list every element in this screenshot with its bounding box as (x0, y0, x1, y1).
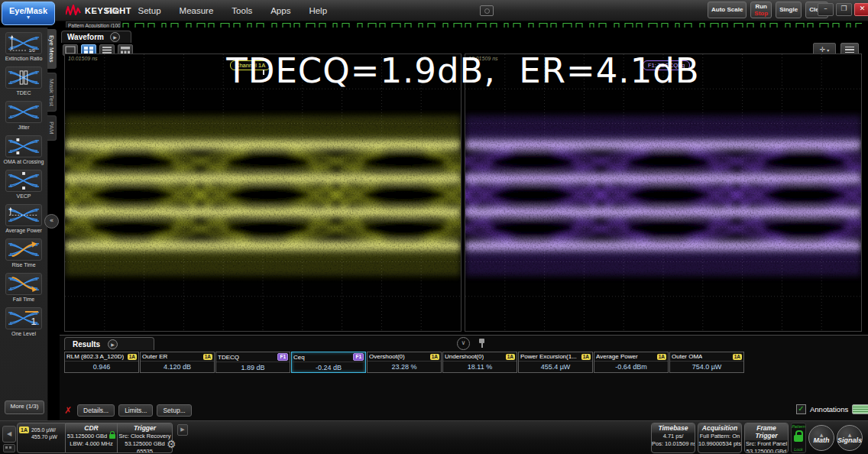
sidebar-item-one-level[interactable]: 1One Level (0, 307, 47, 337)
one-level-icon: 1 (5, 307, 42, 329)
results-collapse-icon[interactable]: ∨ (457, 337, 470, 350)
scroll-left-button[interactable]: ◀ (2, 426, 16, 443)
jitter-icon (5, 101, 42, 123)
more-measurements-button[interactable]: More (1/3) (5, 400, 44, 414)
waveform-tab[interactable]: Waveform ▶ (61, 31, 131, 43)
run-stop-button[interactable]: RunStop (750, 2, 772, 18)
setup-button[interactable]: Setup... (157, 404, 191, 417)
result-name: Outer OMA (672, 353, 702, 360)
menu-measure[interactable]: Measure (180, 6, 214, 15)
status-expand-button[interactable]: ▶ (177, 424, 188, 436)
acquisition-panel[interactable]: Acquisition Full Pattern: On 10.99000534… (698, 423, 742, 453)
menu-setup[interactable]: Setup (138, 6, 161, 15)
annotations-label: Annotations (810, 405, 848, 413)
sidebar-item-label: Fall Time (0, 297, 47, 303)
result-cell-ceq[interactable]: CeqF1-0.24 dB (291, 352, 366, 373)
sidebar-collapse-button[interactable]: « (44, 214, 59, 229)
limits-button[interactable]: Limits... (118, 404, 153, 417)
eye-diagram-tdecq-eq (465, 54, 861, 331)
cdr-rate: 53.125000 GBd (67, 433, 108, 439)
math-button[interactable]: ▲Math (808, 425, 834, 451)
result-cell-rlm-802-3-a-120d[interactable]: RLM (802.3 A_120D)1A0.946 (64, 352, 139, 373)
settings-gear-icon[interactable]: ⚙ (167, 438, 177, 450)
result-source-badge: 1A (581, 354, 591, 360)
sidebar-item-vecp[interactable]: VECP (0, 170, 47, 199)
details-button[interactable]: Details... (77, 404, 115, 417)
mode-selector-button[interactable]: Eye/Mask ▾ (2, 2, 55, 25)
sidebar-item-rise-time[interactable]: Rise Time (0, 238, 47, 268)
result-name: Power Excursion(1... (520, 353, 577, 360)
pattern-lock-icon (794, 435, 803, 442)
sidebar-item-fall-time[interactable]: Fall Time (0, 273, 47, 303)
annotations-toggle: ✓ Annotations (796, 404, 868, 414)
result-cell-power-excursion-1[interactable]: Power Excursion(1...1A455.4 µW (518, 352, 593, 373)
timebase-status-group: Timebase 4.71 ps/ Pos: 10.01509 ns Acqui… (651, 423, 863, 453)
sidebar-item-label: Rise Time (0, 262, 47, 268)
rise-time-icon (5, 238, 42, 261)
menu-tools[interactable]: Tools (232, 6, 252, 15)
frame-trigger-title: Frame Trigger (745, 423, 788, 440)
auto-scale-button[interactable]: Auto Scale (708, 2, 747, 18)
menu-apps[interactable]: Apps (270, 6, 290, 15)
oma-at-crossing-icon (5, 135, 42, 157)
result-cell-undershoot-0[interactable]: Undershoot(0)1A18.11 % (442, 352, 517, 373)
single-button[interactable]: Single (776, 2, 802, 18)
trigger-panel[interactable]: Trigger Src: Clock Recovery 53.125000 GB… (118, 423, 173, 453)
eye-pane-channel[interactable]: 10.01509 ns Channel 1A (64, 54, 462, 332)
result-value: -0.64 dBm (594, 362, 668, 371)
sidebar-tab-pam[interactable]: PAM (47, 115, 57, 141)
menu-file[interactable]: File (105, 6, 120, 15)
sidebar-item-label: Average Power (0, 228, 47, 234)
channel-scale-panel[interactable]: 1A 205.0 µW/ 455.70 µW (17, 423, 66, 453)
close-button[interactable]: ✕ (854, 3, 868, 16)
result-cell-average-power[interactable]: Average Power1A-0.64 dBm (594, 352, 669, 373)
channel-offset-value: 455.70 µW (31, 434, 57, 439)
result-cell-tdecq[interactable]: TDECQF11.89 dB (215, 352, 290, 373)
result-value: -0.24 dB (292, 362, 365, 372)
result-name: Outer ER (142, 353, 167, 360)
annotations-checkbox[interactable]: ✓ (796, 404, 806, 414)
sidebar-tab-mask-test[interactable]: Mask Test (47, 73, 57, 112)
sidebar-item-label: OMA at Crossing (0, 159, 47, 165)
results-pin-icon[interactable] (478, 338, 486, 349)
sidebar-tab-eye-meas[interactable]: Eye Meas (47, 29, 57, 69)
result-cell-outer-oma[interactable]: Outer OMA1A754.0 µW (669, 352, 744, 373)
results-play-icon[interactable]: ▶ (108, 339, 118, 349)
timebase-panel[interactable]: Timebase 4.71 ps/ Pos: 10.01509 ns (651, 423, 695, 453)
measurement-annotation-text: TDECQ=1.9dB, ER=4.1dB (61, 50, 865, 91)
menu-help[interactable]: Help (309, 6, 327, 15)
result-value: 23.28 % (368, 362, 441, 371)
result-name: Overshoot(0) (369, 353, 405, 360)
sidebar-item-oma-at-crossing[interactable]: OMA at Crossing (0, 135, 47, 165)
fall-time-icon (5, 273, 42, 295)
result-name: Average Power (596, 353, 638, 360)
waveform-tab-label: Waveform (67, 33, 104, 41)
sidebar-item-tdec[interactable]: TDEC (0, 66, 47, 96)
panel-grid-button[interactable] (3, 444, 15, 452)
cdr-panel[interactable]: CDR 53.125000 GBd LBW: 4.000 MHz (66, 423, 118, 453)
minimize-button[interactable]: – (818, 3, 834, 16)
sidebar-item-average-power[interactable]: Average Power (0, 204, 47, 234)
frame-trigger-panel[interactable]: Frame Trigger Src: Front Panel 53.125000… (744, 423, 789, 453)
screenshot-camera-icon[interactable] (480, 5, 494, 16)
waveform-play-icon[interactable]: ▶ (110, 32, 120, 42)
result-value: 754.0 µW (670, 362, 743, 371)
results-tab-label: Results (73, 340, 100, 349)
vecp-icon (5, 170, 42, 192)
timebase-position: Pos: 10.01509 ns (652, 440, 695, 448)
result-source-badge: 1A (733, 354, 742, 360)
result-cell-outer-er[interactable]: Outer ER1A4.120 dB (140, 352, 215, 373)
result-source-badge: 1A (203, 354, 212, 360)
trigger-source: Src: Clock Recovery (118, 433, 172, 440)
acquisition-mode: Full Pattern: On (698, 433, 741, 440)
acquisition-points: 10.99000534 pts/UI (698, 440, 741, 448)
annotations-color-button[interactable] (852, 404, 868, 414)
results-tab[interactable]: Results ▶ (64, 337, 154, 350)
sidebar-item-extinction-ratio[interactable]: 1/0Extinction Ratio (0, 32, 47, 62)
signals-button[interactable]: ▲Signals (837, 425, 863, 451)
eye-pane-function[interactable]: 10.01509 ns F1: TDECQEq (465, 54, 862, 332)
result-cell-overshoot-0[interactable]: Overshoot(0)1A23.28 % (367, 352, 442, 373)
sidebar-item-jitter[interactable]: Jitter (0, 101, 47, 131)
measurement-sidebar: 1/0Extinction RatioTDECJitterOMA at Cros… (0, 28, 48, 420)
restore-button[interactable]: ❐ (836, 3, 852, 16)
